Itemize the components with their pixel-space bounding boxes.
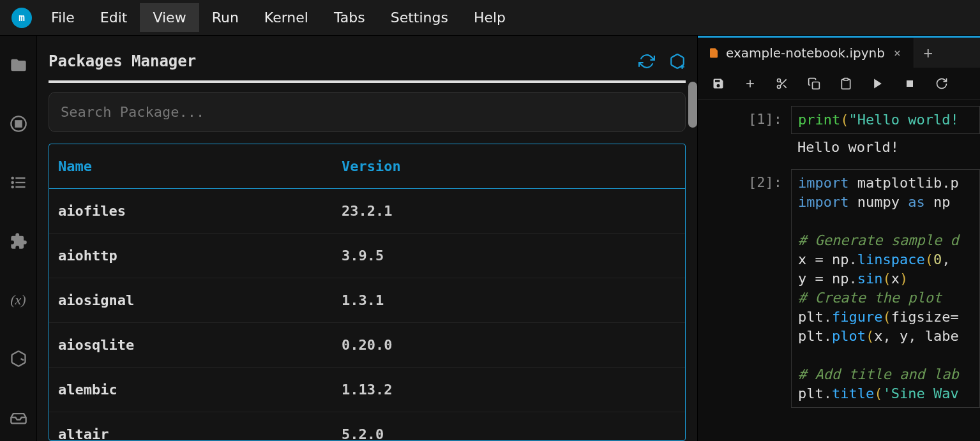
code-cell[interactable]: import matplotlib.p import numpy as np #… [791,169,980,408]
svg-rect-20 [907,80,913,87]
code-cell[interactable]: print("Hello world! [791,106,980,134]
scrollbar-thumb[interactable] [688,82,697,128]
files-icon[interactable] [7,54,30,77]
editor-pane: example-notebook.ipynb × + [1]: print("H… [697,36,980,441]
pkg-version: 1.3.1 [342,292,676,308]
stop-circle-icon[interactable] [7,112,30,135]
add-tab-button[interactable]: + [914,38,942,68]
add-cell-icon[interactable] [744,77,757,90]
menu-edit[interactable]: Edit [87,3,140,32]
activity-bar: (x) [0,36,37,441]
table-row[interactable]: altair5.2.0 [49,412,685,440]
menu-view[interactable]: View [140,3,199,32]
pkg-version: 1.13.2 [342,382,676,398]
pkg-name: aiosqlite [58,337,342,353]
add-package-icon[interactable] [669,53,686,70]
col-header-name[interactable]: Name [58,158,342,174]
svg-point-13 [778,85,781,88]
svg-rect-1 [15,121,21,126]
paste-icon[interactable] [840,77,852,90]
table-row[interactable]: aiohttp3.9.5 [49,234,685,278]
restart-icon[interactable] [935,77,948,90]
extensions-icon[interactable] [7,230,30,253]
list-icon[interactable] [7,171,30,194]
menubar: m FileEditViewRunKernelTabsSettingsHelp [0,0,980,36]
pkg-name: altair [58,426,342,440]
packages-panel: Packages Manager Name Version aiofiles23… [37,36,697,441]
pkg-name: alembic [58,382,342,398]
table-row[interactable]: aiofiles23.2.1 [49,189,685,234]
pkg-version: 0.20.0 [342,337,676,353]
svg-rect-17 [813,82,820,89]
packages-table: Name Version aiofiles23.2.1aiohttp3.9.5a… [49,144,686,441]
col-header-version[interactable]: Version [342,158,676,174]
tab-notebook[interactable]: example-notebook.ipynb × [698,38,914,68]
pkg-version: 23.2.1 [342,203,676,219]
inbox-icon[interactable] [7,406,30,429]
table-row[interactable]: aiosqlite0.20.0 [49,323,685,368]
svg-line-16 [780,81,782,83]
svg-point-12 [778,78,781,82]
notebook-body: [1]: print("Hello world! Hello world! [2… [698,100,980,441]
cell-output: Hello world! [791,137,980,167]
pkg-name: aiosignal [58,292,342,308]
svg-marker-19 [874,78,882,88]
run-icon[interactable] [871,77,884,90]
svg-point-7 [11,186,13,188]
svg-point-5 [11,177,13,179]
svg-rect-18 [844,78,848,80]
cell-prompt: [1]: [698,106,791,127]
pkg-version: 5.2.0 [342,426,676,440]
refresh-icon[interactable] [638,53,655,70]
menu-help[interactable]: Help [461,3,518,32]
cell-prompt: [2]: [698,169,791,190]
pkg-name: aiofiles [58,203,342,219]
close-icon[interactable]: × [891,46,903,59]
pkg-version: 3.9.5 [342,248,676,264]
app-logo: m [11,8,32,28]
cut-icon[interactable] [776,77,788,90]
pkg-name: aiohttp [58,248,342,264]
svg-point-6 [11,182,13,183]
table-row[interactable]: aiosignal1.3.1 [49,278,685,323]
save-icon[interactable] [712,77,725,90]
variable-icon[interactable]: (x) [7,288,30,311]
copy-icon[interactable] [808,77,820,90]
menu-tabs[interactable]: Tabs [321,3,378,32]
tab-bar: example-notebook.ipynb × + [698,36,980,68]
menu-kernel[interactable]: Kernel [252,3,321,32]
stop-icon[interactable] [903,77,916,90]
notebook-toolbar [698,68,980,100]
menu-settings[interactable]: Settings [378,3,461,32]
menu-file[interactable]: File [38,3,87,32]
panel-title: Packages Manager [49,52,196,70]
tab-label: example-notebook.ipynb [726,45,885,61]
package-export-icon[interactable] [7,347,30,370]
table-row[interactable]: alembic1.13.2 [49,368,685,412]
menu-run[interactable]: Run [199,3,252,32]
svg-line-15 [783,85,787,88]
search-input[interactable] [49,92,686,132]
notebook-icon [708,47,720,59]
